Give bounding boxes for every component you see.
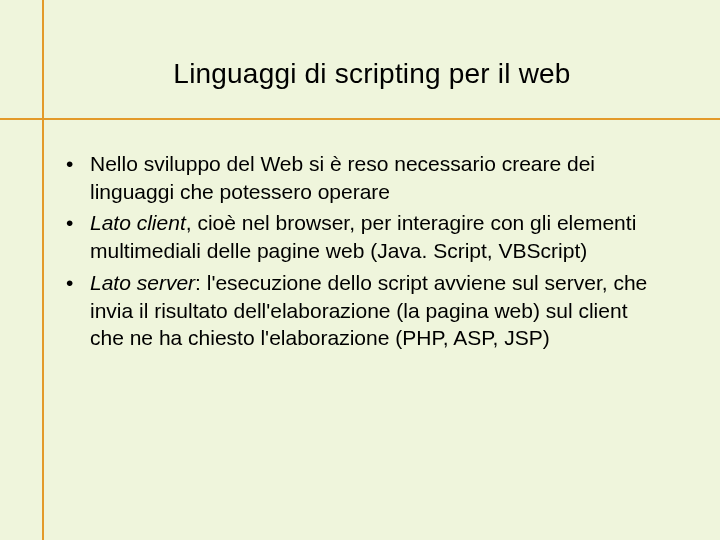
slide-body: Nello sviluppo del Web si è reso necessa… (64, 150, 660, 356)
list-item: Nello sviluppo del Web si è reso necessa… (64, 150, 660, 205)
bullet-emphasis: Lato server (90, 271, 195, 294)
bullet-text: Nello sviluppo del Web si è reso necessa… (90, 152, 595, 203)
slide-title: Linguaggi di scripting per il web (44, 58, 700, 90)
horizontal-divider (0, 118, 720, 120)
list-item: Lato server: l'esecuzione dello script a… (64, 269, 660, 352)
list-item: Lato client, cioè nel browser, per inter… (64, 209, 660, 264)
bullet-emphasis: Lato client (90, 211, 186, 234)
bullet-list: Nello sviluppo del Web si è reso necessa… (64, 150, 660, 352)
slide: Linguaggi di scripting per il web Nello … (0, 0, 720, 540)
